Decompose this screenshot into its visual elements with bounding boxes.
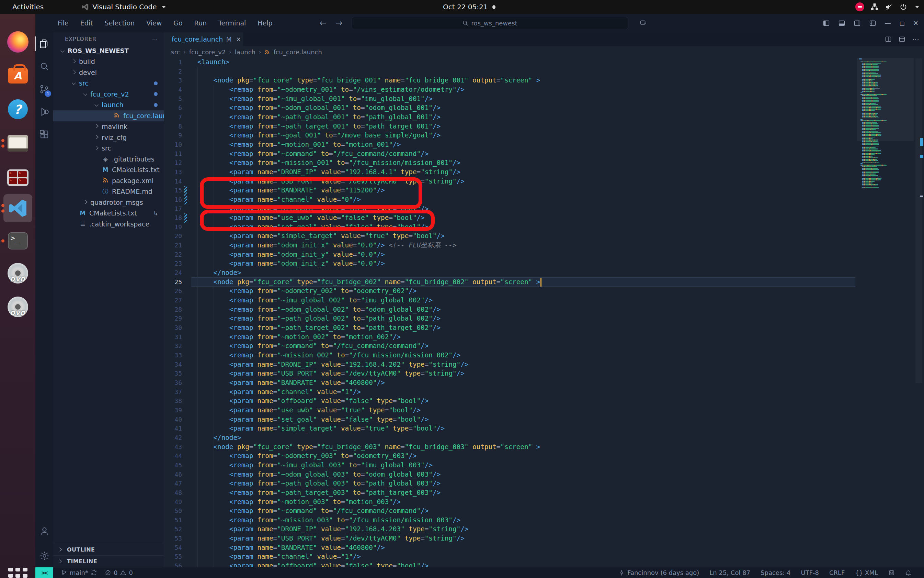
tree-item--gitattributes[interactable]: ◈.gitattributes: [53, 154, 164, 165]
tree-item-cmakelists-txt[interactable]: MCMakeLists.txt: [53, 165, 164, 175]
breadcrumb-item[interactable]: fcu_core.launch: [273, 49, 322, 56]
branch-status[interactable]: main*: [61, 569, 97, 576]
remote-indicator[interactable]: ><: [36, 567, 53, 578]
command-center-extra-icon[interactable]: [640, 19, 647, 27]
tree-item--catkin-workspace[interactable]: ☰.catkin_workspace: [53, 219, 164, 229]
split-editor-icon[interactable]: [885, 36, 892, 42]
line-number: 41: [164, 424, 182, 434]
tree-item-src[interactable]: src: [53, 143, 164, 154]
breadcrumb-item[interactable]: src: [171, 49, 180, 56]
code-line: </node>: [197, 434, 540, 443]
cursor-position-status[interactable]: Ln 25, Col 87: [709, 569, 750, 576]
tree-item-mavlink[interactable]: mavlink: [53, 121, 164, 132]
customize-layout-icon[interactable]: [869, 19, 876, 27]
focused-app-indicator[interactable]: Visual Studio Code: [81, 3, 165, 11]
encoding-status[interactable]: UTF-8: [801, 569, 819, 576]
tree-item-fcu-core-launch[interactable]: fcu_core.launchM: [53, 110, 164, 121]
menu-run[interactable]: Run: [189, 17, 212, 29]
restore-button[interactable]: ◻: [899, 19, 905, 27]
explorer-icon[interactable]: [36, 32, 53, 55]
menu-selection[interactable]: Selection: [99, 17, 141, 29]
show-applications-button[interactable]: [0, 561, 36, 578]
breadcrumb-item[interactable]: fcu_core_v2: [189, 49, 226, 56]
overview-cursor-mark: [920, 195, 923, 197]
tree-item-ros-ws-newest[interactable]: ROS_WS_NEWEST: [53, 45, 164, 56]
extensions-icon[interactable]: [36, 123, 53, 146]
run-debug-icon[interactable]: [36, 100, 53, 123]
tree-item-quadrotor-msgs[interactable]: quadrotor_msgs: [53, 197, 164, 208]
menu-terminal[interactable]: Terminal: [212, 17, 252, 29]
dock-terminator-icon[interactable]: [0, 163, 36, 192]
close-button[interactable]: ✕: [913, 19, 919, 27]
tab-fcu-core-launch[interactable]: fcu_core.launch M ×: [164, 32, 244, 46]
scrollbar[interactable]: [914, 58, 924, 567]
editor-layout-icon[interactable]: [898, 36, 905, 42]
tree-item-devel[interactable]: devel: [53, 67, 164, 78]
code-line: <launch>: [197, 58, 540, 67]
notifications-bell-icon[interactable]: [905, 570, 912, 576]
tree-item-fcu-core-v2[interactable]: fcu_core_v2: [53, 89, 164, 100]
nav-back-button[interactable]: ←: [320, 18, 327, 28]
annotation-rect-2: [200, 209, 435, 231]
toggle-sidebar-icon[interactable]: [823, 19, 830, 27]
tree-item-label: src: [102, 144, 111, 152]
menu-view[interactable]: View: [141, 17, 168, 29]
search-icon[interactable]: [36, 55, 53, 78]
toggle-secondary-sidebar-icon[interactable]: [854, 19, 861, 27]
dock-vscode-icon[interactable]: [0, 193, 36, 223]
tree-item-launch[interactable]: launch: [53, 100, 164, 110]
minimize-button[interactable]: —: [885, 19, 891, 27]
code-editor[interactable]: 1234567891011121314151617181920212223242…: [164, 58, 924, 567]
problems-status[interactable]: 0 0: [105, 569, 133, 576]
timeline-section[interactable]: TIMELINE: [53, 555, 164, 567]
explorer-more-actions-icon[interactable]: ⋯: [152, 36, 158, 42]
code-line: <remap from="~command" to="/fcu_command/…: [197, 507, 540, 516]
dock-firefox-icon[interactable]: [0, 27, 36, 57]
settings-gear-icon[interactable]: [36, 544, 53, 567]
eol-status[interactable]: CRLF: [829, 569, 845, 576]
tree-item-package-xml[interactable]: package.xml: [53, 175, 164, 186]
source-control-icon[interactable]: 1: [36, 78, 53, 100]
dock-files-icon[interactable]: [0, 128, 36, 158]
no-chevron: [71, 222, 76, 226]
indentation-status[interactable]: Spaces: 4: [761, 569, 790, 576]
line-number: 2: [164, 67, 182, 76]
dock-dvd-icon[interactable]: DVD: [0, 292, 36, 321]
language-status[interactable]: {} XML: [855, 569, 878, 576]
dock-dvd-icon[interactable]: DVD: [0, 258, 36, 288]
line-number: 33: [164, 351, 182, 360]
menu-file[interactable]: File: [52, 17, 74, 29]
tree-item-src[interactable]: src: [53, 78, 164, 89]
dock-help-icon[interactable]: ?: [0, 94, 36, 124]
tree-item-rviz-cfg[interactable]: rviz_cfg: [53, 132, 164, 143]
clock[interactable]: Oct 22 05:21: [443, 0, 495, 14]
dock-ubuntu-software-icon[interactable]: A: [0, 61, 36, 90]
feedback-smiley-icon[interactable]: [888, 570, 895, 576]
tree-item-cmakelists-txt[interactable]: MCMakeLists.txt↳: [53, 208, 164, 219]
code-line: <node pkg="fcu_core" type="fcu_bridge_00…: [197, 76, 540, 85]
line-number: 53: [164, 534, 182, 543]
menu-edit[interactable]: Edit: [74, 17, 99, 29]
tree-item-build[interactable]: build: [53, 56, 164, 67]
activities-button[interactable]: Activities: [12, 3, 44, 11]
nav-forward-button[interactable]: →: [335, 18, 342, 28]
tab-close-icon[interactable]: ×: [236, 36, 241, 42]
code-line: <remap from="~mission_002" to="/fcu_miss…: [197, 351, 540, 360]
system-tray[interactable]: [855, 0, 919, 14]
command-center-search[interactable]: ros_ws_newest: [351, 17, 628, 29]
account-icon[interactable]: [36, 520, 53, 542]
code-line: <param name="channel" value="1"/>: [197, 552, 540, 562]
menu-help[interactable]: Help: [252, 17, 278, 29]
git-blame-status[interactable]: Fancinnov (6 days ago): [618, 569, 699, 576]
breadcrumb-item[interactable]: launch: [235, 49, 256, 56]
dock-terminal-icon[interactable]: >_: [0, 226, 36, 256]
menu-go[interactable]: Go: [168, 17, 188, 29]
minimap[interactable]: [857, 58, 914, 567]
search-icon: [463, 20, 468, 26]
editor-group: fcu_core.launch M × ⋯ src› fcu_core_v2› …: [164, 32, 924, 567]
toggle-panel-icon[interactable]: [838, 19, 845, 27]
tree-item-readme-md[interactable]: ⓘREADME.md: [53, 186, 164, 197]
sync-icon[interactable]: [91, 570, 97, 576]
more-actions-icon[interactable]: ⋯: [912, 35, 919, 43]
outline-section[interactable]: OUTLINE: [53, 544, 164, 555]
